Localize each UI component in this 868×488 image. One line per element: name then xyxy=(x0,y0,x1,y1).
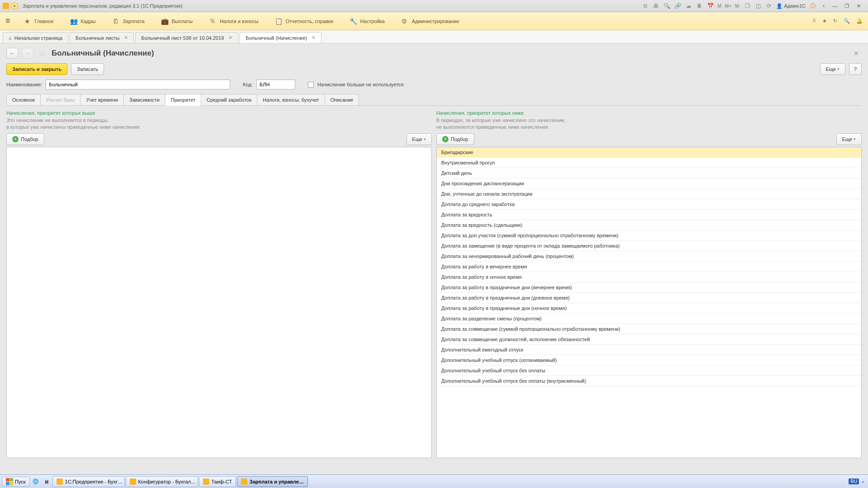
podbor-button[interactable]: + Подбор xyxy=(6,133,44,145)
main-menu-item[interactable]: ★Главное xyxy=(16,12,62,30)
burger-menu-icon[interactable]: ≡ xyxy=(5,16,10,26)
list-item[interactable]: Дополнительный ежегодный отпуск xyxy=(437,345,861,355)
list-item[interactable]: Детский день xyxy=(437,168,861,178)
inner-tab[interactable]: Расчет базы xyxy=(40,94,80,105)
save-and-close-button[interactable]: Записать и закрыть xyxy=(6,63,67,75)
main-menu-item[interactable]: 💼Выплаты xyxy=(153,12,201,30)
link-icon[interactable]: 🔗 xyxy=(674,2,681,9)
taskbar-task[interactable]: Зарплата и управле… xyxy=(237,476,308,487)
higher-priority-list[interactable] xyxy=(6,147,432,458)
inner-tab[interactable]: Средний заработок xyxy=(201,94,257,105)
favorite-toggle-icon[interactable]: ☆ xyxy=(39,48,46,58)
list-item[interactable]: Доплата за работу в праздничные дни (веч… xyxy=(437,282,861,293)
panel-more-button[interactable]: Еще xyxy=(836,133,862,145)
list-item[interactable]: Доплата до среднего заработка xyxy=(437,199,861,210)
calendar-icon[interactable]: 📅 xyxy=(707,2,714,9)
list-item[interactable]: Дополнительный учебный отпуск без оплаты… xyxy=(437,376,861,386)
document-tab[interactable]: Больничный (Начисление)✕ xyxy=(240,32,321,43)
main-menu-item[interactable]: ％Налоги и взносы xyxy=(201,12,267,30)
ie-quicklaunch-icon[interactable]: 🌐 xyxy=(31,477,41,487)
list-item[interactable]: Внутрисменный прогул xyxy=(437,158,861,168)
taskbar-task[interactable]: Конфигуратор - Бухгал… xyxy=(126,476,198,487)
history-icon[interactable]: ↻ xyxy=(833,18,837,24)
notifications-icon[interactable]: 🔔 xyxy=(856,18,863,24)
nav-back-button[interactable]: ← xyxy=(6,48,18,59)
search-icon[interactable]: 🔍 xyxy=(844,18,850,24)
refresh-icon[interactable]: ⟳ xyxy=(765,2,773,9)
m-indicator[interactable]: M xyxy=(717,4,721,9)
panel-more-button[interactable]: Еще xyxy=(406,133,432,145)
inner-tab[interactable]: Зависимости xyxy=(123,94,165,105)
main-menu-item[interactable]: 👥Кадры xyxy=(62,12,104,30)
panel-toggle-icon[interactable]: ◫ xyxy=(755,2,762,9)
favorite-icon[interactable]: ★ xyxy=(822,18,827,24)
list-item[interactable]: Доплата за работу в праздничные дни (дне… xyxy=(437,293,861,303)
current-user[interactable]: 👤 Админ1С xyxy=(776,3,806,9)
maximize-button[interactable]: ❐ xyxy=(843,3,851,9)
minimize-button[interactable]: — xyxy=(831,3,839,9)
list-item[interactable]: Доплата за совмещение должностей, исполн… xyxy=(437,334,861,345)
m-minus-indicator[interactable]: M- xyxy=(735,4,741,9)
inner-tab[interactable]: Описание xyxy=(325,94,359,105)
start-button[interactable]: Пуск xyxy=(2,477,30,487)
close-button[interactable]: ✕ xyxy=(854,3,863,9)
inner-tab[interactable]: Налоги, взносы, бухучет xyxy=(257,94,325,105)
tray-expand-icon[interactable]: « xyxy=(862,479,864,484)
tab-close-icon[interactable]: ✕ xyxy=(311,35,316,41)
tab-close-icon[interactable]: ✕ xyxy=(124,35,128,41)
m-plus-indicator[interactable]: M+ xyxy=(725,4,731,9)
info-icon[interactable]: ⓘ xyxy=(809,2,816,9)
list-item[interactable]: Доплата за замещение (в виде процента от… xyxy=(437,241,861,251)
calc-icon[interactable]: 🖩 xyxy=(696,2,703,9)
close-page-button[interactable]: ✕ xyxy=(854,50,859,57)
inner-tab[interactable]: Учет времени xyxy=(80,94,124,105)
list-item[interactable]: Доплата за вредность xyxy=(437,210,861,220)
document-tab[interactable]: Больничные листы✕ xyxy=(70,32,134,43)
window-list-icon[interactable]: ❐ xyxy=(744,2,751,9)
main-menu-item[interactable]: 📋Отчетность, справки xyxy=(267,12,341,30)
system-tray: RU « xyxy=(849,479,866,484)
list-item[interactable]: Доплата за разделение смены (процентом) xyxy=(437,314,861,324)
save-button[interactable]: Записать xyxy=(71,63,104,75)
search-small-icon[interactable]: 🔍 xyxy=(663,2,670,9)
list-item[interactable]: Доплата за ненормированный рабочий день … xyxy=(437,251,861,262)
list-item[interactable]: Бригадирские xyxy=(437,147,861,158)
inner-tab[interactable]: Приоритет xyxy=(165,94,201,105)
list-item[interactable]: Дополнительный учебный отпуск (оплачивае… xyxy=(437,355,861,366)
lower-priority-list[interactable]: БригадирскиеВнутрисменный прогулДетский … xyxy=(436,147,862,458)
podbor-button[interactable]: + Подбор xyxy=(436,133,474,145)
document-tab[interactable]: Больничный лист 538 от 10.04.2019✕ xyxy=(135,32,238,43)
list-item[interactable]: Доплата за вредность (сдельщики) xyxy=(437,220,861,230)
taskbar-task[interactable]: Таиф-СТ xyxy=(199,476,236,487)
toolbar-icon[interactable]: ⧉ xyxy=(642,2,649,9)
list-item[interactable]: Доплата за работу в ночное время xyxy=(437,272,861,282)
apps-grid-icon[interactable]: ⠿ xyxy=(812,18,816,24)
desktop-quicklaunch-icon[interactable]: 🖥 xyxy=(42,477,52,487)
info-dropdown-icon[interactable]: ▾ xyxy=(820,2,827,9)
taskbar-task[interactable]: 1С:Предприятие - Бухг… xyxy=(52,476,125,487)
list-item[interactable]: Дни, учтенные до начала эксплуатации xyxy=(437,189,861,199)
document-tab[interactable]: ⌂Начальная страница xyxy=(3,32,68,43)
main-menu-item[interactable]: 🔧Настройка xyxy=(341,12,393,30)
list-item[interactable]: Доплата за работу в вечернее время xyxy=(437,262,861,272)
inner-tab[interactable]: Основное xyxy=(6,94,41,105)
app-menu-dropdown[interactable]: ▾ xyxy=(11,2,18,9)
priority-panels: Начисления, приоритет которых выше Это н… xyxy=(6,110,862,458)
list-item[interactable]: Доплата за совмещение (суммой пропорцион… xyxy=(437,324,861,334)
list-item[interactable]: Доплата за доп.участок (суммой пропорцио… xyxy=(437,230,861,241)
list-item[interactable]: Дни прохождения диспансеризации xyxy=(437,178,861,189)
cloud-icon[interactable]: ☁ xyxy=(685,2,692,9)
help-button[interactable]: ? xyxy=(849,63,862,75)
print-icon[interactable]: 🖶 xyxy=(652,2,660,9)
list-item[interactable]: Доплата за работу в праздничные дни (ноч… xyxy=(437,303,861,314)
more-button[interactable]: Еще xyxy=(820,63,845,75)
list-item[interactable]: Дополнительный учебный отпуск без оплаты xyxy=(437,366,861,376)
main-menu-item[interactable]: 🗓Зарплата xyxy=(104,12,153,30)
tab-close-icon[interactable]: ✕ xyxy=(228,35,232,41)
main-menu-item[interactable]: ⚙Администрирование xyxy=(393,12,467,30)
name-input[interactable] xyxy=(46,80,230,89)
code-input[interactable] xyxy=(256,80,295,89)
nav-forward-button[interactable]: → xyxy=(22,48,33,59)
language-indicator[interactable]: RU xyxy=(849,479,859,484)
unused-checkbox[interactable] xyxy=(308,82,314,88)
